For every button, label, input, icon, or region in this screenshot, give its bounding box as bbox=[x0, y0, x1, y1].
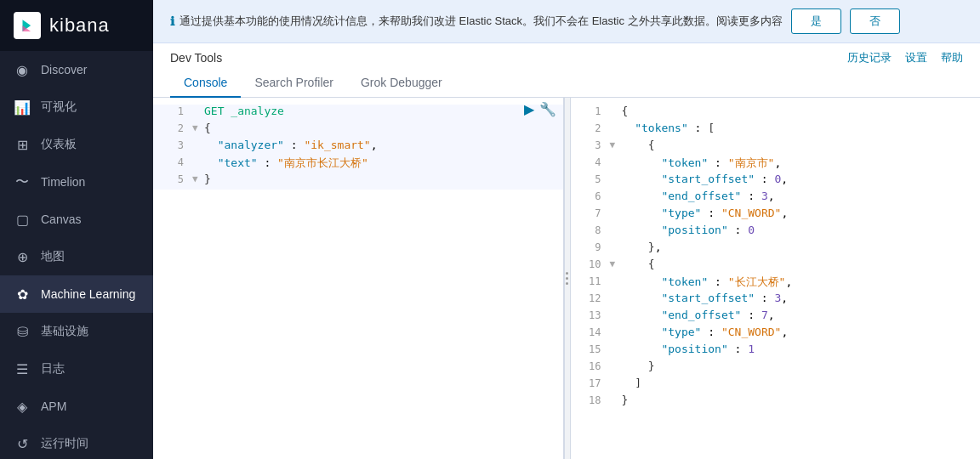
kibana-logo-icon bbox=[14, 12, 41, 39]
line-fold-arrow bbox=[610, 122, 622, 122]
output-line: 15 "position" : 1 bbox=[571, 343, 981, 360]
line-content: "position" : 1 bbox=[622, 343, 974, 355]
line-content: GET _analyze bbox=[204, 105, 556, 117]
sidebar-item-logs[interactable]: ☰日志 bbox=[0, 350, 153, 388]
line-number: 14 bbox=[578, 326, 601, 338]
line-number: 17 bbox=[578, 377, 601, 389]
tab-grok-debugger[interactable]: Grok Debugger bbox=[347, 69, 456, 98]
line-number: 16 bbox=[578, 360, 601, 372]
sidebar-label-discover: Discover bbox=[41, 63, 87, 76]
line-fold-arrow bbox=[610, 105, 622, 105]
banner-yes-button[interactable]: 是 bbox=[791, 8, 841, 34]
line-number: 1 bbox=[160, 105, 184, 117]
apm-icon: ◈ bbox=[14, 398, 31, 415]
sidebar-item-canvas[interactable]: ▢Canvas bbox=[0, 201, 153, 238]
sidebar-label-infra: 基础设施 bbox=[41, 324, 88, 339]
line-fold-arrow[interactable]: ▼ bbox=[192, 122, 204, 133]
infra-icon: ⛁ bbox=[14, 323, 31, 340]
gutter-dots bbox=[566, 272, 568, 285]
line-number: 2 bbox=[160, 122, 184, 134]
banner-no-button[interactable]: 否 bbox=[850, 8, 900, 34]
line-number: 11 bbox=[578, 275, 601, 287]
output-line: 4 "token" : "南京市", bbox=[571, 156, 981, 173]
canvas-icon: ▢ bbox=[14, 211, 31, 228]
sidebar-logo: kibana bbox=[0, 0, 153, 51]
history-button[interactable]: 历史记录 bbox=[847, 50, 892, 65]
line-number: 2 bbox=[578, 122, 601, 134]
uptime-icon: ↺ bbox=[14, 435, 31, 452]
sidebar-label-apm: APM bbox=[41, 400, 66, 413]
tab-console[interactable]: Console bbox=[170, 69, 241, 98]
line-content: { bbox=[622, 139, 974, 151]
gutter-dot bbox=[566, 277, 568, 280]
sidebar-item-timelion[interactable]: 〜Timelion bbox=[0, 163, 153, 201]
output-line: 9 }, bbox=[571, 241, 981, 258]
line-fold-arrow bbox=[192, 105, 204, 105]
line-number: 6 bbox=[578, 190, 601, 202]
line-content: ] bbox=[622, 377, 974, 389]
main-content: ℹ 通过提供基本功能的使用情况统计信息，来帮助我们改进 Elastic Stac… bbox=[153, 0, 980, 459]
line-content: "type" : "CN_WORD", bbox=[622, 326, 974, 338]
line-fold-arrow[interactable]: ▼ bbox=[610, 139, 622, 150]
line-number: 1 bbox=[578, 105, 601, 117]
line-content: "end_offset" : 7, bbox=[622, 309, 974, 321]
output-line: 11 "token" : "长江大桥", bbox=[571, 275, 981, 292]
editor-area: ▶ 🔧 1 GET _analyze2▼{3 "analyzer" : "ik_… bbox=[153, 98, 980, 459]
sidebar-label-ml: Machine Learning bbox=[41, 287, 135, 301]
line-content: "text" : "南京市长江大桥" bbox=[204, 156, 556, 171]
line-fold-arrow bbox=[610, 241, 622, 241]
line-number: 12 bbox=[578, 292, 601, 304]
sidebar-item-maps[interactable]: ⊕地图 bbox=[0, 238, 153, 275]
sidebar-item-visualize[interactable]: 📊可视化 bbox=[0, 88, 153, 126]
input-line: 4 "text" : "南京市长江大桥" bbox=[153, 156, 563, 173]
output-line: 7 "type" : "CN_WORD", bbox=[571, 207, 981, 224]
sidebar: kibana ◉Discover📊可视化⊞仪表板〜Timelion▢Canvas… bbox=[0, 0, 153, 459]
line-content: "start_offset" : 3, bbox=[622, 292, 974, 304]
line-content: "token" : "长江大桥", bbox=[622, 275, 974, 290]
input-line: 3 "analyzer" : "ik_smart", bbox=[153, 139, 563, 156]
tab-search-profiler[interactable]: Search Profiler bbox=[241, 69, 347, 98]
wrench-button[interactable]: 🔧 bbox=[539, 101, 556, 117]
line-fold-arrow bbox=[610, 292, 622, 292]
line-number: 9 bbox=[578, 241, 601, 253]
line-number: 3 bbox=[578, 139, 601, 151]
line-content: "end_offset" : 3, bbox=[622, 190, 974, 202]
line-fold-arrow bbox=[610, 207, 622, 207]
gutter-divider bbox=[564, 98, 571, 459]
line-fold-arrow[interactable]: ▼ bbox=[192, 173, 204, 184]
sidebar-item-uptime[interactable]: ↺运行时间 bbox=[0, 425, 153, 459]
line-fold-arrow[interactable]: ▼ bbox=[610, 258, 622, 269]
timelion-icon: 〜 bbox=[14, 173, 31, 190]
input-editor[interactable]: 1 GET _analyze2▼{3 "analyzer" : "ik_smar… bbox=[153, 98, 563, 459]
help-button[interactable]: 帮助 bbox=[941, 50, 963, 65]
sidebar-item-apm[interactable]: ◈APM bbox=[0, 388, 153, 425]
sidebar-label-canvas: Canvas bbox=[41, 212, 81, 226]
settings-button[interactable]: 设置 bbox=[905, 50, 927, 65]
line-fold-arrow bbox=[610, 343, 622, 343]
line-content: } bbox=[622, 394, 974, 406]
output-line: 8 "position" : 0 bbox=[571, 224, 981, 241]
line-fold-arrow bbox=[610, 377, 622, 377]
line-number: 4 bbox=[160, 156, 184, 168]
gutter-dot bbox=[566, 272, 568, 275]
output-line: 14 "type" : "CN_WORD", bbox=[571, 326, 981, 343]
run-button[interactable]: ▶ bbox=[524, 101, 534, 117]
line-fold-arrow bbox=[192, 156, 204, 156]
sidebar-item-dashboard[interactable]: ⊞仪表板 bbox=[0, 126, 153, 163]
output-editor[interactable]: 1 {2 "tokens" : [3▼ {4 "token" : "南京市",5… bbox=[571, 98, 981, 459]
sidebar-item-infra[interactable]: ⛁基础设施 bbox=[0, 313, 153, 350]
input-line: 2▼{ bbox=[153, 122, 563, 139]
line-fold-arrow bbox=[610, 173, 622, 173]
line-fold-arrow bbox=[192, 139, 204, 139]
banner-buttons: 是 否 bbox=[791, 8, 900, 34]
editor-toolbar: ▶ 🔧 bbox=[524, 101, 556, 117]
devtools-header: Dev Tools 历史记录 设置 帮助 bbox=[153, 43, 980, 65]
banner-message: 通过提供基本功能的使用情况统计信息，来帮助我们改进 Elastic Stack。… bbox=[179, 14, 783, 29]
line-fold-arrow bbox=[610, 360, 622, 360]
sidebar-item-discover[interactable]: ◉Discover bbox=[0, 51, 153, 88]
output-line: 17 ] bbox=[571, 377, 981, 394]
line-number: 7 bbox=[578, 207, 601, 219]
line-fold-arrow bbox=[610, 275, 622, 275]
sidebar-item-ml[interactable]: ✿Machine Learning bbox=[0, 275, 153, 313]
input-line: 5▼} bbox=[153, 173, 563, 190]
